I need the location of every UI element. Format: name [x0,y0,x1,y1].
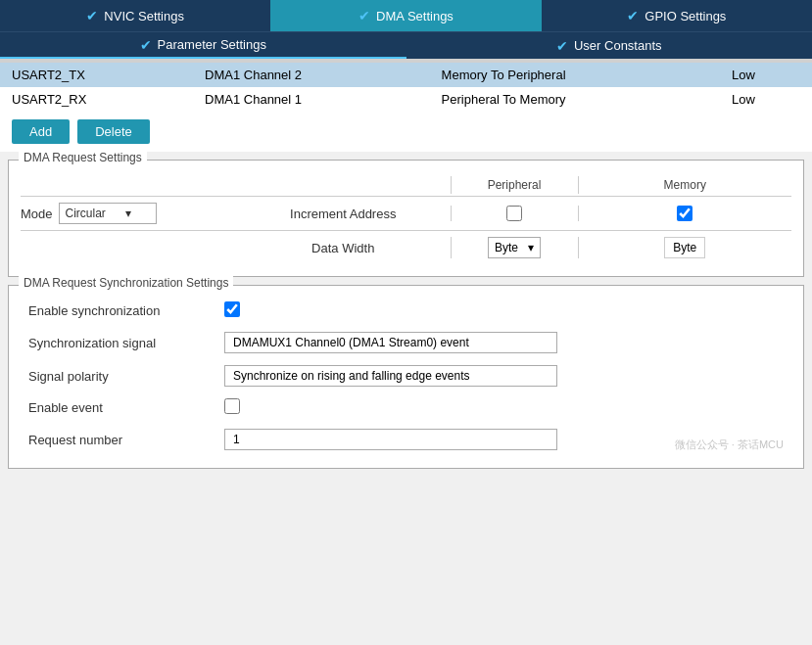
watermark-text: 微信公众号 · 茶话MCU [675,438,784,452]
row-direction: Peripheral To Memory [430,87,720,112]
table-row[interactable]: USART2_TX DMA1 Channel 2 Memory To Perip… [0,63,812,87]
param-check-icon: ✔ [140,37,152,53]
sync-polarity-input[interactable] [224,365,557,387]
row-channel: DMA1 Channel 1 [193,87,430,112]
sync-signal-label: Synchronization signal [21,326,216,359]
sync-signal-input[interactable] [224,332,557,353]
tab-dma-settings[interactable]: ✔ DMA Settings [270,0,541,31]
sync-event-label: Enable event [21,392,216,423]
row-priority: Low [720,87,812,112]
sync-signal-cell [216,326,791,359]
col-peripheral-header: Peripheral [451,176,578,194]
memory-checkbox-cell [578,206,792,221]
sync-polarity-cell [216,359,791,392]
row-channel: DMA1 Channel 2 [193,63,430,87]
nvic-check-icon: ✔ [86,8,98,23]
sync-request-label: Request number [21,423,216,456]
mode-label: Mode [21,207,53,221]
tab-dma-label: DMA Settings [376,9,454,23]
col-memory-header: Memory [578,176,792,194]
sync-row-request: Request number 微信公众号 · 茶话MCU [21,423,791,456]
mode-value: Circular [66,207,106,220]
row-priority: Low [720,63,812,87]
row-name: USART2_RX [0,87,193,112]
datawidth-memory-cell: Byte [578,237,792,258]
action-buttons: Add Delete [0,112,812,152]
peripheral-increment-checkbox[interactable] [506,206,522,221]
tab-parameter-settings[interactable]: ✔ Parameter Settings [0,32,406,59]
memory-increment-checkbox[interactable] [677,206,693,221]
sync-enable-cell [216,296,791,326]
tab-param-label: Parameter Settings [158,37,266,52]
sync-enable-label: Enable synchronization [21,296,216,326]
tab-nvic-settings[interactable]: ✔ NVIC Settings [0,0,270,31]
datawidth-select-cell: Byte ▾ [451,237,578,258]
sync-row-signal: Synchronization signal [21,326,791,359]
tab-gpio-label: GPIO Settings [645,9,726,23]
add-button[interactable]: Add [12,119,70,144]
gpio-check-icon: ✔ [627,8,639,23]
mode-select[interactable]: Circular ▾ [59,203,157,224]
row-name: USART2_TX [0,63,193,87]
user-check-icon: ✔ [556,38,568,54]
tab-gpio-settings[interactable]: ✔ GPIO Settings [542,0,812,31]
sync-request-cell: 微信公众号 · 茶话MCU [216,423,791,456]
dma-request-section: DMA Request Settings Peripheral Memory M… [8,160,804,277]
enable-sync-checkbox[interactable] [224,301,240,317]
dma-table: USART2_TX DMA1 Channel 2 Memory To Perip… [0,63,812,112]
sync-event-cell [216,392,791,423]
datawidth-row: Data Width Byte ▾ Byte [21,230,791,264]
chevron-down-icon: ▾ [125,207,131,220]
sync-row-event: Enable event [21,392,791,423]
peripheral-checkbox-cell [451,206,578,221]
tab-nvic-label: NVIC Settings [104,9,184,23]
sync-polarity-label: Signal polarity [21,359,216,392]
mode-row: Mode Circular ▾ Increment Address [21,196,791,230]
request-number-input[interactable] [224,429,557,450]
sync-section-title: DMA Request Synchronization Settings [19,276,233,290]
datawidth-select[interactable]: Byte ▾ [488,237,541,258]
enable-event-checkbox[interactable] [224,398,240,414]
datawidth-label: Data Width [236,241,451,255]
delete-button[interactable]: Delete [77,119,150,144]
sync-row-polarity: Signal polarity [21,359,791,392]
row-direction: Memory To Peripheral [430,63,720,87]
table-row[interactable]: USART2_RX DMA1 Channel 1 Peripheral To M… [0,87,812,112]
sync-row-enable: Enable synchronization [21,296,791,326]
tab-user-constants[interactable]: ✔ User Constants [406,32,813,59]
dma-check-icon: ✔ [358,8,370,23]
datawidth-memory-value: Byte [664,237,705,258]
tab-user-label: User Constants [574,38,662,53]
sync-section: DMA Request Synchronization Settings Ena… [8,285,804,469]
chevron-down-icon2: ▾ [528,241,534,254]
datawidth-value: Byte [495,241,518,254]
increment-label: Increment Address [236,207,451,221]
dma-request-title: DMA Request Settings [19,151,147,164]
sync-table: Enable synchronization Synchronization s… [21,296,791,456]
